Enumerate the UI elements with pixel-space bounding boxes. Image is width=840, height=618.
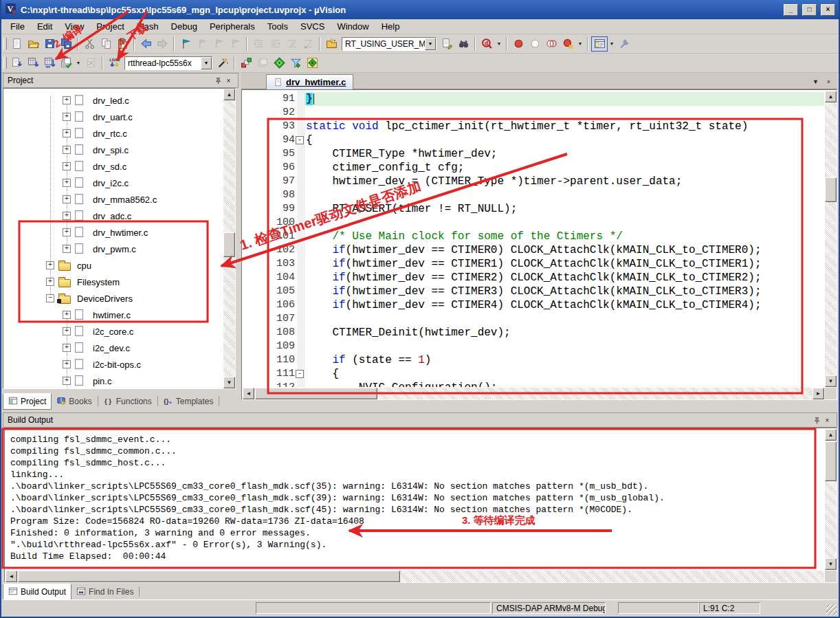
tree-expand-icon[interactable]: + <box>63 360 71 368</box>
tree-scroll-up-icon[interactable]: ▲ <box>223 89 235 100</box>
menu-help[interactable]: Help <box>375 19 406 34</box>
tree-item-drv-led-c[interactable]: +drv_led.c <box>3 93 235 109</box>
breakpoint-dropdown[interactable]: ▼ <box>576 36 584 52</box>
multi-project-workspace-button[interactable] <box>254 56 271 71</box>
tree-item-cpu[interactable]: +cpu <box>3 258 235 274</box>
tree-expand-icon[interactable]: + <box>63 212 71 220</box>
fold-collapse-icon[interactable]: - <box>296 136 304 144</box>
editor-scroll-down-icon[interactable]: ▼ <box>825 375 837 387</box>
cut-button[interactable] <box>81 36 98 52</box>
menu-svcs[interactable]: SVCS <box>294 19 331 34</box>
menu-project[interactable]: Project <box>90 19 130 34</box>
menu-debug[interactable]: Debug <box>165 19 203 34</box>
manage-project-items-button[interactable] <box>238 56 254 71</box>
clear-bookmarks-button[interactable] <box>227 36 243 52</box>
quick-search-button[interactable]: d <box>478 36 495 52</box>
download-button[interactable]: LOAD <box>106 56 122 71</box>
rebuild-all-button[interactable] <box>41 56 58 71</box>
options-for-target-button[interactable] <box>214 56 231 71</box>
tree-item-i2c-bit-ops-c[interactable]: +i2c-bit-ops.c <box>3 357 235 373</box>
target-combobox-dropdown-icon[interactable]: ▼ <box>201 57 212 69</box>
menu-window[interactable]: Window <box>331 19 375 34</box>
stop-build-button[interactable] <box>82 56 99 71</box>
navigate-forward-button[interactable] <box>154 36 170 52</box>
search-combobox[interactable]: RT_USING_USER_MAI▼ <box>342 37 436 51</box>
configuration-wizard-button[interactable] <box>323 36 340 52</box>
unindent-button[interactable] <box>250 36 267 52</box>
fold-collapse-icon[interactable]: - <box>296 370 304 378</box>
resize-grip[interactable] <box>826 604 837 615</box>
tab-list-chevron-icon[interactable]: ▼ <box>810 76 821 87</box>
build-vscroll-thumb[interactable] <box>825 441 837 481</box>
kill-all-breakpoints-button[interactable] <box>560 36 576 52</box>
menu-peripherals[interactable]: Peripherals <box>203 19 261 34</box>
search-combobox-dropdown-icon[interactable]: ▼ <box>425 38 436 50</box>
build-hscroll-thumb[interactable] <box>18 571 400 582</box>
uncomment-selection-button[interactable] <box>300 36 316 52</box>
build-scroll-up-icon[interactable]: ▲ <box>825 429 837 441</box>
build-button[interactable] <box>25 56 41 71</box>
tree-expand-icon[interactable]: + <box>63 179 71 187</box>
next-bookmark-button[interactable] <box>210 36 227 52</box>
target-combobox[interactable]: rtthread-lpc55s6x▼ <box>124 56 212 70</box>
editor-scroll-left-icon[interactable]: ◄ <box>243 388 254 399</box>
editor-close-icon[interactable]: × <box>824 76 834 87</box>
save-all-button[interactable] <box>58 36 74 52</box>
output-tab-build-output[interactable]: Build Output <box>3 584 71 600</box>
tree-expand-icon[interactable]: + <box>63 146 71 154</box>
output-tab-find-in-files[interactable]: Find In Files <box>71 584 138 600</box>
window-layout-dropdown[interactable]: ▼ <box>608 36 616 52</box>
panel-tab-books[interactable]: ?Books <box>52 393 96 410</box>
tree-item-drv-spi-c[interactable]: +drv_spi.c <box>3 142 235 159</box>
tree-item-drv-rtc-c[interactable]: +drv_rtc.c <box>3 126 235 142</box>
open-file-button[interactable] <box>25 36 41 52</box>
panel-tab-project[interactable]: Project <box>3 393 52 410</box>
tree-item-drv-hwtimer-c[interactable]: +drv_hwtimer.c <box>3 225 235 241</box>
tree-expand-icon[interactable]: + <box>63 162 71 170</box>
tree-expand-icon[interactable]: + <box>63 245 71 253</box>
previous-bookmark-button[interactable] <box>194 36 210 52</box>
tree-item-i2c-core-c[interactable]: +i2c_core.c <box>3 324 235 340</box>
select-software-packs-button[interactable] <box>287 56 304 71</box>
navigate-back-button[interactable] <box>137 36 154 52</box>
tree-expand-icon[interactable]: + <box>46 261 54 269</box>
tree-expand-icon[interactable]: + <box>63 195 71 203</box>
enable-breakpoint-button[interactable] <box>527 36 543 52</box>
pin-icon[interactable] <box>812 415 822 425</box>
tree-item-pin-c[interactable]: +pin.c <box>3 373 235 389</box>
pin-icon[interactable] <box>213 76 223 85</box>
disable-breakpoint-button[interactable] <box>543 36 560 52</box>
tree-expand-icon[interactable]: + <box>63 228 71 236</box>
tree-item-devicedrivers[interactable]: −DeviceDrivers <box>3 291 235 307</box>
tree-expand-icon[interactable]: + <box>63 129 71 137</box>
menu-view[interactable]: View <box>58 19 90 34</box>
editor-tab-drv-hwtimer[interactable]: drv_hwtimer.c <box>266 74 353 89</box>
user-tools-button[interactable] <box>616 36 632 52</box>
editor-scroll-right-icon[interactable]: ► <box>813 388 824 399</box>
tree-expand-icon[interactable]: + <box>63 377 71 385</box>
editor-vscroll-thumb[interactable] <box>825 177 837 202</box>
tree-expand-icon[interactable]: − <box>46 294 54 302</box>
tree-expand-icon[interactable]: + <box>63 311 71 319</box>
tree-item-i2c-dev-c[interactable]: +i2c_dev.c <box>3 340 235 357</box>
menu-edit[interactable]: Edit <box>31 19 58 34</box>
comment-selection-button[interactable] <box>283 36 300 52</box>
restore-button[interactable]: □ <box>802 4 817 16</box>
tree-item-drv-adc-c[interactable]: +drv_adc.c <box>3 208 235 225</box>
editor-scroll-up-icon[interactable]: ▲ <box>825 91 837 102</box>
save-button[interactable] <box>41 36 58 52</box>
tree-expand-icon[interactable]: + <box>63 96 71 104</box>
menu-tools[interactable]: Tools <box>261 19 294 34</box>
tree-item-drv-i2c-c[interactable]: +drv_i2c.c <box>3 175 235 192</box>
translate-file-button[interactable] <box>8 56 25 71</box>
build-output-close-icon[interactable]: × <box>822 415 832 425</box>
minimize-button[interactable]: _ <box>784 4 798 16</box>
menu-file[interactable]: File <box>4 19 31 34</box>
find-button[interactable] <box>455 36 472 52</box>
pack-installer-button[interactable] <box>304 56 320 71</box>
find-in-files-button[interactable] <box>439 36 455 52</box>
copy-button[interactable] <box>98 36 114 52</box>
batch-build-dropdown[interactable]: ▼ <box>74 56 82 71</box>
code-view[interactable]: 91}9293static void lpc_ctimer_init(rt_hw… <box>243 91 824 387</box>
tree-expand-icon[interactable]: + <box>63 327 71 335</box>
